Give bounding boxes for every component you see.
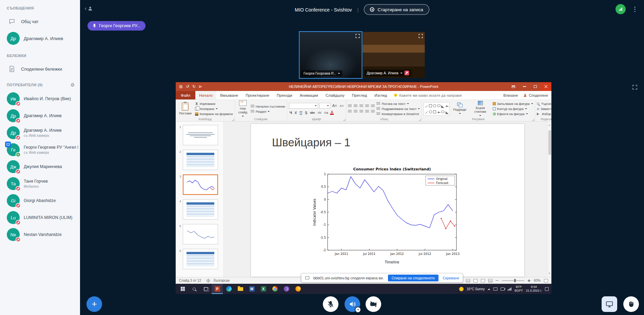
tab-review[interactable]: Преглед bbox=[348, 91, 371, 99]
presentation-fullscreen-icon[interactable] bbox=[632, 84, 638, 90]
underline-button[interactable]: П bbox=[299, 111, 303, 115]
zoom-in-button[interactable] bbox=[528, 279, 530, 282]
bold-button[interactable]: Ч bbox=[289, 111, 293, 115]
user-list-item[interactable]: Др Драгомир А. Илиев bbox=[0, 107, 80, 124]
align-center-icon[interactable] bbox=[354, 110, 357, 113]
close-button[interactable] bbox=[541, 82, 551, 91]
zoom-out-button[interactable] bbox=[496, 280, 499, 281]
paste-button[interactable]: Постави bbox=[177, 102, 193, 115]
taskbar-viber-icon[interactable] bbox=[281, 284, 292, 294]
strikethrough-button[interactable]: abc bbox=[309, 111, 316, 114]
slide-thumbnail[interactable]: 4 bbox=[178, 199, 220, 220]
justify-icon[interactable] bbox=[365, 110, 369, 113]
slide-thumbnail[interactable]: 5 bbox=[178, 224, 220, 244]
redo-icon[interactable]: ↻ bbox=[192, 84, 196, 89]
taskbar-word-icon[interactable]: W bbox=[246, 284, 257, 294]
font-size-combobox[interactable] bbox=[319, 103, 330, 109]
normal-view-button[interactable] bbox=[466, 279, 470, 282]
align-left-icon[interactable] bbox=[348, 110, 352, 113]
taskbar-firefox-icon[interactable] bbox=[292, 284, 304, 294]
user-list-item[interactable]: Дж Джулия Маринчева bbox=[0, 158, 80, 175]
language-indicator[interactable]: български bbox=[207, 279, 230, 282]
reset-button[interactable]: Начално състояние bbox=[251, 105, 285, 108]
maximize-button[interactable] bbox=[530, 82, 541, 91]
fullscreen-icon[interactable] bbox=[418, 33, 423, 39]
save-icon[interactable] bbox=[179, 85, 183, 89]
action-center-icon[interactable] bbox=[545, 287, 549, 291]
align-text-button[interactable]: Подравняване на текст bbox=[376, 107, 420, 111]
shared-notes-item[interactable]: Споделени бележки bbox=[0, 61, 80, 77]
dialog-launcher-icon[interactable] bbox=[532, 119, 534, 121]
shapes-gallery[interactable] bbox=[424, 102, 450, 116]
format-painter-button[interactable]: Копиране на формати bbox=[195, 112, 233, 116]
task-view-button[interactable] bbox=[200, 284, 211, 294]
user-list-item[interactable]: Др Драгомир А. Илиевсъ Web камера bbox=[0, 124, 80, 141]
font-color-button[interactable]: A bbox=[330, 110, 334, 115]
convert-smartart-button[interactable]: Конвертиране в SmartArt bbox=[376, 112, 420, 116]
fit-to-window-button[interactable] bbox=[544, 279, 548, 282]
webcam-name-dropdown[interactable]: Драгомир А. Илиев bbox=[364, 70, 412, 76]
arrange-button[interactable]: Подреди bbox=[451, 102, 468, 115]
actions-plus-button[interactable]: + bbox=[86, 296, 102, 312]
slide-thumbnail[interactable]: 1 bbox=[178, 125, 220, 145]
find-button[interactable]: Търсене bbox=[537, 102, 551, 106]
tab-slideshow[interactable]: Слайдшоу bbox=[322, 91, 348, 99]
text-direction-button[interactable]: Посока на текст bbox=[376, 102, 420, 106]
taskbar-excel-icon[interactable]: X bbox=[258, 284, 269, 294]
start-button[interactable] bbox=[177, 284, 188, 294]
user-list-item[interactable]: Ге Георги Георгиев РУ "Ангел Кънч...съ W… bbox=[0, 141, 80, 158]
cut-button[interactable]: Изрязване bbox=[195, 102, 233, 106]
line-spacing-icon[interactable] bbox=[371, 105, 375, 108]
share-button[interactable]: Споделяне bbox=[523, 93, 548, 97]
user-list-item[interactable]: Та Таня ГорчевМобилен bbox=[0, 175, 80, 192]
tell-me-box[interactable]: Кажете ми какво искате да направите bbox=[391, 93, 462, 97]
user-list-item[interactable]: Gi Giorgi Abashidze bbox=[0, 192, 80, 209]
select-button[interactable]: Избор bbox=[537, 112, 551, 116]
current-slide[interactable]: Швейцария – 1 Consumer Prices Index (Swi… bbox=[251, 124, 524, 277]
search-button[interactable] bbox=[189, 284, 200, 294]
camera-off-button[interactable] bbox=[366, 296, 381, 312]
align-right-icon[interactable] bbox=[359, 110, 363, 113]
connection-status-icon[interactable] bbox=[616, 4, 626, 14]
tab-animations[interactable]: Анимации bbox=[296, 91, 322, 99]
dialog-launcher-icon[interactable] bbox=[419, 119, 421, 121]
section-button[interactable]: Раздел bbox=[251, 110, 285, 113]
zoom-slider-knob[interactable] bbox=[514, 279, 516, 282]
start-slideshow-icon[interactable]: ⊳ bbox=[199, 84, 202, 89]
display-tray-icon[interactable] bbox=[493, 288, 497, 291]
hide-notification-link[interactable]: Скриване bbox=[443, 276, 459, 280]
audio-options-chevron[interactable] bbox=[355, 307, 360, 312]
talking-indicator[interactable]: Георги Георгиев РУ... bbox=[87, 21, 145, 31]
ribbon-display-options-button[interactable] bbox=[508, 82, 519, 91]
text-shadow-button[interactable]: S bbox=[304, 111, 308, 115]
shrink-font-button[interactable]: A˅ bbox=[339, 104, 345, 108]
shape-outline-button[interactable]: Контур на фигура bbox=[493, 107, 533, 111]
tab-file[interactable]: Файл bbox=[176, 91, 195, 99]
copy-button[interactable]: Копиране bbox=[195, 107, 233, 111]
stop-sharing-button[interactable]: Спиране на споделянето bbox=[388, 275, 439, 281]
quick-styles-button[interactable]: Бързи стилове bbox=[470, 100, 491, 117]
battery-tray-icon[interactable] bbox=[501, 288, 505, 291]
font-name-combobox[interactable] bbox=[289, 103, 318, 109]
slide-thumbnail[interactable]: 2 bbox=[178, 150, 220, 170]
private-chat-item[interactable]: Др Драгомир А. Илиев bbox=[0, 29, 80, 48]
slide-thumbnail-selected[interactable]: 3 bbox=[178, 174, 220, 195]
webcam-name-dropdown[interactable]: Георги Георгиев Р... bbox=[301, 70, 342, 76]
bullets-icon[interactable] bbox=[348, 105, 352, 108]
hidden-icons-chevron[interactable] bbox=[488, 287, 490, 290]
clock[interactable]: 9:3421.5.2022 г. bbox=[526, 285, 542, 293]
taskbar-edge-icon[interactable] bbox=[223, 284, 234, 294]
user-list-item[interactable]: Lu LUMINITA MIRON (ULIM) bbox=[0, 209, 80, 226]
options-kebab-menu[interactable]: ⋮ bbox=[630, 5, 639, 13]
slide-sorter-view-button[interactable] bbox=[473, 279, 477, 282]
network-tray-icon[interactable] bbox=[508, 288, 511, 291]
taskbar-powerpoint-icon[interactable]: P bbox=[212, 284, 223, 294]
webcam-tile[interactable]: Драгомир А. Илиев bbox=[363, 32, 425, 78]
shape-effects-button[interactable]: Ефекти на фигура bbox=[493, 112, 533, 116]
restore-presentation-button[interactable] bbox=[602, 296, 617, 312]
numbering-icon[interactable] bbox=[354, 105, 357, 108]
fullscreen-icon[interactable] bbox=[355, 33, 360, 39]
scrollbar-thumb[interactable] bbox=[548, 130, 551, 155]
user-list-item[interactable]: Ne Nestan Varshanidze bbox=[0, 226, 80, 243]
new-slide-button[interactable]: Нов слайд bbox=[237, 100, 249, 118]
